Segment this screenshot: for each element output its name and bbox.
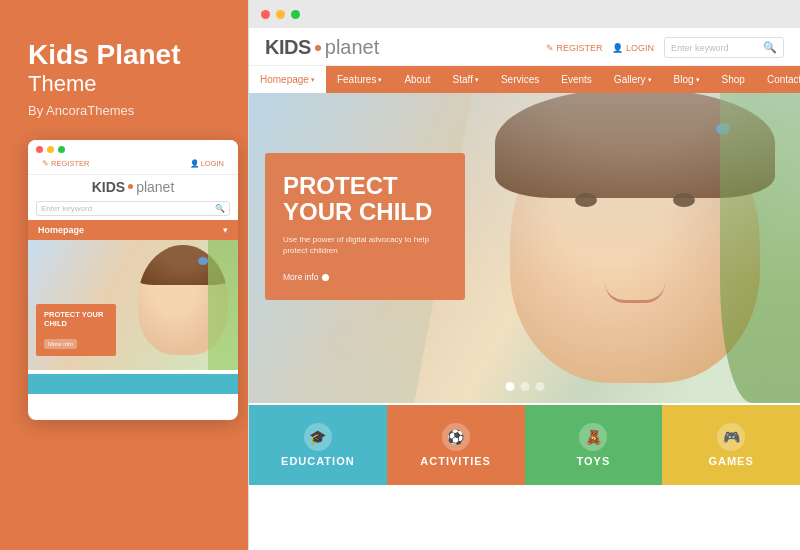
- mobile-register-link[interactable]: ✎ REGISTER: [42, 159, 89, 168]
- nav-gallery-arrow: ▾: [648, 76, 652, 84]
- nav-events[interactable]: Events: [550, 66, 603, 93]
- nav-services[interactable]: Services: [490, 66, 550, 93]
- app-title: Kids Planet: [28, 40, 228, 71]
- app-subtitle: Theme: [28, 71, 228, 97]
- nav-shop[interactable]: Shop: [711, 66, 756, 93]
- desktop-logo-planet: planet: [325, 36, 380, 59]
- nav-gallery[interactable]: Gallery ▾: [603, 66, 663, 93]
- desktop-logo-separator: [315, 45, 321, 51]
- desktop-search-bar[interactable]: Enter keyword 🔍: [664, 37, 784, 58]
- hero-btn-dot: [322, 274, 329, 281]
- desktop-register-link[interactable]: ✎ REGISTER: [546, 43, 603, 53]
- desktop-hero-title: PROTECT YOUR CHILD: [283, 173, 447, 226]
- card-games[interactable]: 🎮 GAMES: [662, 405, 800, 485]
- desktop-maximize-dot: [291, 10, 300, 19]
- desktop-hero-subtitle: Use the power of digital advocacy to hel…: [283, 234, 447, 256]
- nav-features[interactable]: Features ▾: [326, 66, 393, 93]
- desktop-minimize-dot: [276, 10, 285, 19]
- mobile-nav-bar: ✎ REGISTER 👤 LOGIN: [36, 157, 230, 170]
- hero-photo-area: [414, 93, 800, 403]
- minimize-dot: [47, 146, 54, 153]
- mobile-menu-arrow-icon: ▾: [223, 225, 228, 235]
- desktop-logo-dot: [315, 45, 321, 51]
- bottom-cards: 🎓 EDUCATION ⚽ ACTIVITIES 🧸 TOYS 🎮 GAMES: [249, 405, 800, 485]
- mobile-hero-btn[interactable]: More info: [44, 339, 77, 349]
- mobile-logo: KIDS planet: [28, 175, 238, 197]
- mobile-menu-bar[interactable]: Homepage ▾: [28, 220, 238, 240]
- desktop-search-placeholder: Enter keyword: [671, 43, 763, 53]
- close-dot: [36, 146, 43, 153]
- mobile-blue-ribbon: [198, 257, 208, 265]
- desktop-logo-kids: KIDS: [265, 36, 311, 59]
- desktop-mockup: KIDS planet ✎ REGISTER 👤 LOGIN Enter key…: [248, 0, 800, 550]
- mobile-green-patch: [208, 240, 238, 370]
- nav-blog-arrow: ▾: [696, 76, 700, 84]
- toys-icon: 🧸: [579, 423, 607, 451]
- desktop-hero: PROTECT YOUR CHILD Use the power of digi…: [249, 93, 800, 403]
- mobile-search-icon: 🔍: [215, 204, 225, 213]
- desktop-title-bar: [249, 0, 800, 28]
- desktop-hero-text-box: PROTECT YOUR CHILD Use the power of digi…: [265, 153, 465, 300]
- mobile-search-bar[interactable]: Enter keyword 🔍: [36, 201, 230, 216]
- desktop-close-dot: [261, 10, 270, 19]
- nav-features-arrow: ▾: [378, 76, 382, 84]
- education-label: EDUCATION: [281, 455, 355, 467]
- mobile-hero-title: PROTECT YOUR CHILD: [44, 310, 108, 328]
- desktop-header: KIDS planet ✎ REGISTER 👤 LOGIN Enter key…: [249, 28, 800, 66]
- maximize-dot: [58, 146, 65, 153]
- nav-homepage[interactable]: Homepage ▾: [249, 66, 326, 93]
- card-education[interactable]: 🎓 EDUCATION: [249, 405, 387, 485]
- nav-homepage-arrow: ▾: [311, 76, 315, 84]
- nav-staff-arrow: ▾: [475, 76, 479, 84]
- hero-top-gradient: [414, 93, 800, 279]
- education-icon: 🎓: [304, 423, 332, 451]
- desktop-login-link[interactable]: 👤 LOGIN: [612, 43, 654, 53]
- desktop-header-right: ✎ REGISTER 👤 LOGIN Enter keyword 🔍: [546, 37, 784, 58]
- desktop-nav: Homepage ▾ Features ▾ About Staff ▾ Serv…: [249, 66, 800, 93]
- toys-label: TOYS: [576, 455, 610, 467]
- nav-blog[interactable]: Blog ▾: [663, 66, 711, 93]
- slide-dot-3[interactable]: [535, 382, 544, 391]
- activities-label: ACTIVITIES: [420, 455, 491, 467]
- hero-slide-dots: [505, 382, 544, 391]
- desktop-hero-btn[interactable]: More info: [283, 272, 329, 282]
- mobile-mockup: ✎ REGISTER 👤 LOGIN KIDS planet Enter key…: [28, 140, 238, 420]
- hero-smile: [605, 283, 665, 303]
- games-label: GAMES: [708, 455, 753, 467]
- card-toys[interactable]: 🧸 TOYS: [525, 405, 663, 485]
- nav-contacts[interactable]: Contacts: [756, 66, 800, 93]
- mobile-search-placeholder: Enter keyword: [41, 204, 215, 213]
- mobile-logo-dot: [128, 184, 133, 189]
- mobile-login-link[interactable]: 👤 LOGIN: [190, 159, 224, 168]
- desktop-search-icon: 🔍: [763, 41, 777, 54]
- slide-dot-1[interactable]: [505, 382, 514, 391]
- desktop-browser: KIDS planet ✎ REGISTER 👤 LOGIN Enter key…: [249, 28, 800, 550]
- slide-dot-2[interactable]: [520, 382, 529, 391]
- mobile-hero-overlay: PROTECT YOUR CHILD More info: [36, 304, 116, 356]
- mobile-bottom-bar: [28, 374, 238, 394]
- nav-about[interactable]: About: [393, 66, 441, 93]
- window-controls: [36, 146, 230, 153]
- games-icon: 🎮: [717, 423, 745, 451]
- left-panel: Kids Planet Theme By AncoraThemes ✎ REGI…: [0, 0, 248, 550]
- activities-icon: ⚽: [442, 423, 470, 451]
- card-activities[interactable]: ⚽ ACTIVITIES: [387, 405, 525, 485]
- desktop-logo: KIDS planet: [265, 36, 379, 59]
- nav-staff[interactable]: Staff ▾: [442, 66, 490, 93]
- mobile-hero: PROTECT YOUR CHILD More info: [28, 240, 238, 370]
- mobile-title-bar: ✎ REGISTER 👤 LOGIN: [28, 140, 238, 175]
- mobile-menu-label: Homepage: [38, 225, 84, 235]
- app-author: By AncoraThemes: [28, 103, 228, 118]
